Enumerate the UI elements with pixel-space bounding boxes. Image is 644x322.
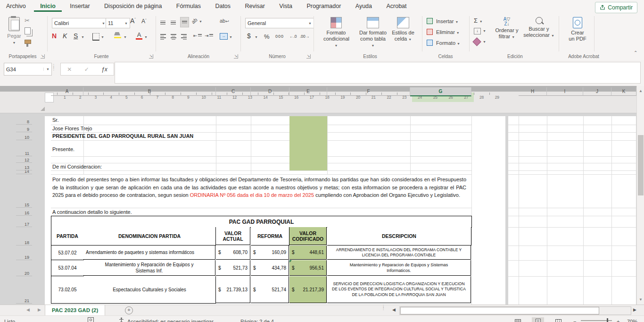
row-header-21[interactable]: 21	[16, 276, 32, 304]
macro-record-icon[interactable]	[88, 317, 94, 322]
formula-bar-splitter[interactable]: ⋮⋮	[51, 65, 56, 69]
cell-valor-codificado-20[interactable]: $956,51	[289, 260, 327, 276]
table-header-reforma[interactable]: REFORMA	[251, 227, 289, 246]
increase-indent-button[interactable]: ⇥	[205, 33, 213, 38]
vertical-scroll-thumb[interactable]	[638, 135, 644, 195]
horizontal-scroll-thumb[interactable]	[400, 307, 599, 314]
increase-decimal-button[interactable]: ←.0	[289, 34, 297, 39]
share-button[interactable]: Compartir	[595, 2, 637, 13]
underline-dropdown[interactable]: ▼	[81, 35, 84, 39]
orientation-button[interactable]: ab	[190, 17, 198, 25]
font-size-select[interactable]: 11▼	[106, 18, 130, 28]
col-header-C[interactable]: C	[216, 87, 251, 96]
table-header-partida[interactable]: PARTIDA	[51, 227, 84, 246]
tab-archivo[interactable]: Archivo	[0, 0, 32, 12]
fuente-dialog-launcher[interactable]: ↘	[149, 54, 153, 59]
row-header-19[interactable]: 19	[16, 246, 32, 260]
number-format-select[interactable]: General▼	[245, 18, 314, 28]
table-title[interactable]: PAC GAD PARROQUIAL	[51, 216, 472, 228]
conditional-format-button[interactable]: Formato condicional ▼	[323, 17, 349, 49]
cell-styles-button[interactable]: Estilos de celda ▼	[390, 17, 416, 42]
col-header-B[interactable]: B	[83, 87, 216, 96]
col-header-H[interactable]: H	[519, 87, 547, 96]
sheet-tab-active[interactable]: PAC 2023 GAD (2)	[45, 305, 105, 316]
clear-dropdown[interactable]: ▼	[483, 40, 486, 43]
cell-A10[interactable]: PRESIDENTE DEL GAD PARROQUIAL RURAL SAN …	[52, 133, 193, 139]
tab-formulas[interactable]: Fórmulas	[170, 0, 207, 12]
col-header-E[interactable]: E	[289, 87, 327, 96]
col-header-A[interactable]: A	[51, 87, 83, 96]
align-middle-button[interactable]	[171, 19, 176, 27]
font-color-dropdown[interactable]: ▼	[144, 35, 148, 39]
table-header-valor-codificado[interactable]: VALOR CODIFICADO	[289, 227, 327, 245]
fill-dropdown[interactable]: ▼	[483, 29, 486, 33]
view-page-layout-icon[interactable]	[532, 317, 544, 322]
sort-filter-button[interactable]: A▽Z↓ Ordenar y filtrar ▼	[492, 17, 521, 40]
align-center-button[interactable]	[171, 33, 176, 42]
col-header-G-selected[interactable]: G	[410, 87, 471, 96]
tab-programador[interactable]: Programador	[300, 0, 347, 12]
borders-dropdown[interactable]: ▼	[101, 35, 104, 39]
delete-cells-button[interactable]: Eliminar ▼	[427, 29, 460, 35]
cell-reforma-20[interactable]: $434,78	[251, 260, 289, 276]
decrease-font-button[interactable]: Aˇ	[141, 18, 147, 25]
cell-reforma-21[interactable]: $521,74	[251, 276, 289, 303]
row-header-16[interactable]: 16	[16, 208, 32, 216]
align-left-button[interactable]	[160, 33, 166, 42]
enter-formula-button[interactable]: ✓	[84, 66, 89, 73]
cell-A8[interactable]: Sr.	[52, 117, 58, 123]
row-header-9[interactable]: 9	[16, 125, 32, 132]
sheet-nav-left-icon[interactable]: ◀	[26, 307, 30, 312]
copy-icon[interactable]	[25, 27, 31, 34]
new-sheet-button[interactable]: +	[125, 306, 133, 314]
font-color-button[interactable]: A	[136, 31, 142, 40]
scroll-up-icon[interactable]: ▲	[638, 89, 644, 93]
zoom-level[interactable]: 70%	[627, 317, 637, 322]
format-as-table-button[interactable]: Dar formato como tabla ▼	[358, 17, 388, 49]
thousands-button[interactable]: 000	[275, 34, 284, 39]
scroll-down-icon[interactable]: ▼	[638, 297, 644, 302]
decrease-indent-button[interactable]: ⇤	[193, 33, 202, 38]
tab-vista[interactable]: Vista	[273, 0, 298, 12]
col-header-J[interactable]: J	[583, 87, 611, 96]
merge-center-button[interactable]: ↔	[220, 33, 228, 40]
font-name-select[interactable]: Calibri▼	[52, 18, 107, 28]
zoom-slider-handle[interactable]	[607, 318, 608, 322]
table-header-descripcion[interactable]: DESCRIPCION	[327, 227, 471, 246]
zoom-out-button[interactable]: −	[573, 317, 576, 322]
tab-datos[interactable]: Datos	[209, 0, 237, 12]
portapapeles-dialog-launcher[interactable]: ↘	[41, 54, 45, 59]
row-header-8[interactable]: 8	[16, 116, 32, 125]
format-cells-button[interactable]: Formato ▼	[427, 40, 460, 46]
alineacion-dialog-launcher[interactable]: ↘	[234, 54, 238, 59]
zoom-in-button[interactable]: +	[617, 317, 619, 322]
row-header-17[interactable]: 17	[16, 216, 32, 227]
increase-font-button[interactable]: Aˆ	[130, 17, 136, 25]
fill-color-button[interactable]	[114, 32, 121, 38]
cell-valor-codificado-21[interactable]: $21.217,39	[289, 276, 327, 303]
tab-scroll-splitter[interactable]: ⁞⁞	[383, 305, 384, 310]
cell-partida-19[interactable]: 53.07.02	[51, 246, 84, 260]
formula-input[interactable]	[115, 62, 641, 84]
percent-button[interactable]: %	[264, 33, 270, 40]
paste-button[interactable]: Pegar ▼	[5, 16, 24, 50]
sheet-nav-right-icon[interactable]: ▶	[38, 307, 41, 312]
vertical-scrollbar[interactable]: ▲ ▼	[636, 86, 644, 305]
col-header-F[interactable]: F	[327, 87, 410, 96]
currency-dropdown[interactable]: ▼	[255, 35, 258, 39]
table-header-denominacion[interactable]: DENOMINACION PARTIDA	[83, 227, 216, 246]
cell-partida-21[interactable]: 73.02.05	[51, 276, 84, 304]
align-right-button[interactable]	[181, 33, 187, 42]
cut-button[interactable]: ✂	[25, 17, 30, 24]
tab-inicio[interactable]: Inicio	[34, 0, 62, 12]
tab-acrobat[interactable]: Acrobat	[380, 0, 413, 12]
cancel-formula-button[interactable]: ✕	[67, 66, 72, 73]
row-header-14[interactable]: 14	[16, 170, 32, 174]
currency-button[interactable]: $	[247, 32, 251, 40]
table-header-valor-actual[interactable]: VALOR ACTUAL	[216, 227, 250, 245]
cell-valor-actual-19[interactable]: $608,70	[216, 246, 250, 260]
insert-cells-button[interactable]: Insertar ▼	[427, 18, 458, 24]
col-header-I[interactable]: I	[547, 87, 583, 96]
cell-descripcion-19[interactable]: ARRENDAMIENTO E INSTALACION DEL PROGRAMA…	[327, 246, 471, 260]
tab-disposicion[interactable]: Disposición de página	[98, 0, 168, 12]
